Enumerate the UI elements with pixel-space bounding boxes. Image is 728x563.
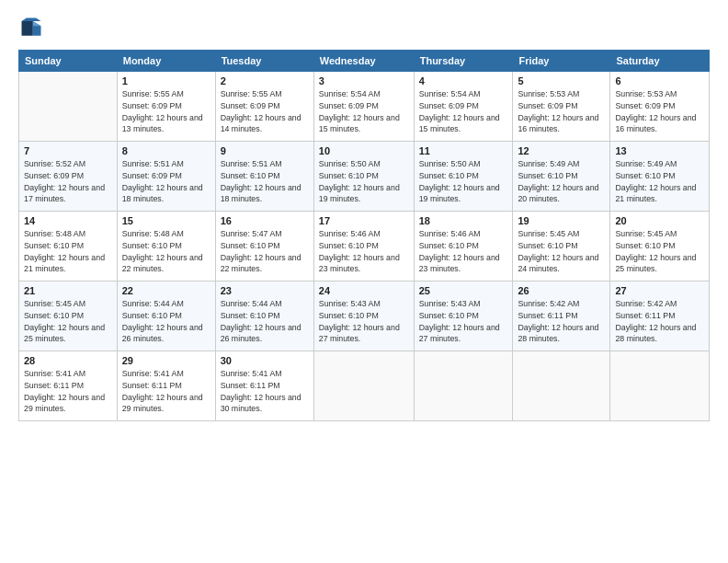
daylight-label: Daylight: 12 hours and 22 minutes. <box>221 253 301 274</box>
calendar-cell: 15 Sunrise: 5:48 AM Sunset: 6:10 PM Dayl… <box>117 212 215 282</box>
sunset-label: Sunset: 6:10 PM <box>419 241 479 250</box>
sunset-label: Sunset: 6:10 PM <box>419 311 479 320</box>
day-detail: Sunrise: 5:49 AM Sunset: 6:10 PM Dayligh… <box>518 158 605 205</box>
calendar-cell <box>610 351 710 421</box>
sunrise-label: Sunrise: 5:48 AM <box>24 229 85 238</box>
daylight-label: Daylight: 12 hours and 19 minutes. <box>419 183 500 204</box>
day-detail: Sunrise: 5:42 AM Sunset: 6:11 PM Dayligh… <box>615 298 704 345</box>
day-detail: Sunrise: 5:46 AM Sunset: 6:10 PM Dayligh… <box>319 228 409 275</box>
sunset-label: Sunset: 6:09 PM <box>319 101 379 110</box>
sunset-label: Sunset: 6:09 PM <box>419 101 479 110</box>
calendar-cell: 6 Sunrise: 5:53 AM Sunset: 6:09 PM Dayli… <box>610 72 710 142</box>
sunset-label: Sunset: 6:10 PM <box>615 171 675 180</box>
sunset-label: Sunset: 6:10 PM <box>221 171 280 180</box>
daylight-label: Daylight: 12 hours and 24 minutes. <box>518 253 598 274</box>
daylight-label: Daylight: 12 hours and 29 minutes. <box>24 393 105 414</box>
sunrise-label: Sunrise: 5:41 AM <box>221 369 282 378</box>
calendar-week-row: 1 Sunrise: 5:55 AM Sunset: 6:09 PM Dayli… <box>19 72 710 142</box>
sunset-label: Sunset: 6:10 PM <box>24 241 84 250</box>
day-number: 4 <box>419 75 508 86</box>
day-number: 25 <box>419 285 508 296</box>
daylight-label: Daylight: 12 hours and 29 minutes. <box>122 393 203 414</box>
day-number: 13 <box>615 145 704 156</box>
sunset-label: Sunset: 6:09 PM <box>24 171 84 180</box>
day-detail: Sunrise: 5:41 AM Sunset: 6:11 PM Dayligh… <box>24 368 112 415</box>
daylight-label: Daylight: 12 hours and 26 minutes. <box>221 323 301 344</box>
calendar-cell: 1 Sunrise: 5:55 AM Sunset: 6:09 PM Dayli… <box>117 72 215 142</box>
sunrise-label: Sunrise: 5:53 AM <box>615 89 677 98</box>
day-number: 16 <box>221 215 309 226</box>
daylight-label: Daylight: 12 hours and 17 minutes. <box>24 183 105 204</box>
sunrise-label: Sunrise: 5:51 AM <box>221 159 282 168</box>
day-detail: Sunrise: 5:44 AM Sunset: 6:10 PM Dayligh… <box>221 298 309 345</box>
calendar-cell: 28 Sunrise: 5:41 AM Sunset: 6:11 PM Dayl… <box>19 351 118 421</box>
day-number: 20 <box>615 215 704 226</box>
sunrise-label: Sunrise: 5:41 AM <box>122 369 184 378</box>
calendar-cell: 24 Sunrise: 5:43 AM Sunset: 6:10 PM Dayl… <box>313 282 414 351</box>
sunset-label: Sunset: 6:09 PM <box>122 171 182 180</box>
day-number: 9 <box>221 145 309 156</box>
day-number: 23 <box>221 285 309 296</box>
calendar-cell <box>313 351 414 421</box>
calendar-cell: 7 Sunrise: 5:52 AM Sunset: 6:09 PM Dayli… <box>19 142 118 212</box>
day-number: 18 <box>419 215 508 226</box>
sunrise-label: Sunrise: 5:49 AM <box>615 159 677 168</box>
weekday-header: Tuesday <box>215 51 313 72</box>
sunrise-label: Sunrise: 5:55 AM <box>221 89 282 98</box>
daylight-label: Daylight: 12 hours and 21 minutes. <box>24 253 105 274</box>
daylight-label: Daylight: 12 hours and 22 minutes. <box>122 253 203 274</box>
sunset-label: Sunset: 6:10 PM <box>221 311 280 320</box>
calendar-cell: 20 Sunrise: 5:45 AM Sunset: 6:10 PM Dayl… <box>610 212 710 282</box>
sunrise-label: Sunrise: 5:53 AM <box>518 89 579 98</box>
day-number: 8 <box>122 145 210 156</box>
calendar-cell: 26 Sunrise: 5:42 AM Sunset: 6:11 PM Dayl… <box>513 282 610 351</box>
day-detail: Sunrise: 5:50 AM Sunset: 6:10 PM Dayligh… <box>419 158 508 205</box>
sunrise-label: Sunrise: 5:41 AM <box>24 369 85 378</box>
header <box>18 15 710 40</box>
sunrise-label: Sunrise: 5:51 AM <box>122 159 184 168</box>
sunrise-label: Sunrise: 5:54 AM <box>419 89 481 98</box>
day-detail: Sunrise: 5:43 AM Sunset: 6:10 PM Dayligh… <box>319 298 409 345</box>
day-detail: Sunrise: 5:53 AM Sunset: 6:09 PM Dayligh… <box>518 88 605 135</box>
sunset-label: Sunset: 6:10 PM <box>319 171 379 180</box>
day-number: 22 <box>122 285 210 296</box>
sunset-label: Sunset: 6:10 PM <box>518 171 577 180</box>
sunset-label: Sunset: 6:11 PM <box>122 381 182 390</box>
day-detail: Sunrise: 5:55 AM Sunset: 6:09 PM Dayligh… <box>122 88 210 135</box>
day-number: 5 <box>518 75 605 86</box>
sunrise-label: Sunrise: 5:45 AM <box>24 299 85 308</box>
day-number: 10 <box>319 145 409 156</box>
day-detail: Sunrise: 5:47 AM Sunset: 6:10 PM Dayligh… <box>221 228 309 275</box>
day-number: 14 <box>24 215 112 226</box>
day-number: 1 <box>122 75 210 86</box>
calendar-cell <box>513 351 610 421</box>
calendar-cell: 5 Sunrise: 5:53 AM Sunset: 6:09 PM Dayli… <box>513 72 610 142</box>
sunset-label: Sunset: 6:09 PM <box>221 101 280 110</box>
daylight-label: Daylight: 12 hours and 18 minutes. <box>122 183 203 204</box>
sunset-label: Sunset: 6:10 PM <box>122 311 182 320</box>
calendar-cell: 4 Sunrise: 5:54 AM Sunset: 6:09 PM Dayli… <box>414 72 513 142</box>
calendar-cell: 9 Sunrise: 5:51 AM Sunset: 6:10 PM Dayli… <box>215 142 313 212</box>
sunrise-label: Sunrise: 5:46 AM <box>419 229 481 238</box>
day-detail: Sunrise: 5:51 AM Sunset: 6:10 PM Dayligh… <box>221 158 309 205</box>
day-number: 2 <box>221 75 309 86</box>
sunrise-label: Sunrise: 5:49 AM <box>518 159 579 168</box>
day-number: 11 <box>419 145 508 156</box>
sunset-label: Sunset: 6:10 PM <box>319 311 379 320</box>
calendar-cell: 17 Sunrise: 5:46 AM Sunset: 6:10 PM Dayl… <box>313 212 414 282</box>
calendar-week-row: 7 Sunrise: 5:52 AM Sunset: 6:09 PM Dayli… <box>19 142 710 212</box>
calendar-cell: 16 Sunrise: 5:47 AM Sunset: 6:10 PM Dayl… <box>215 212 313 282</box>
sunrise-label: Sunrise: 5:45 AM <box>615 229 677 238</box>
day-detail: Sunrise: 5:53 AM Sunset: 6:09 PM Dayligh… <box>615 88 704 135</box>
weekday-header: Saturday <box>610 51 710 72</box>
sunrise-label: Sunrise: 5:46 AM <box>319 229 381 238</box>
svg-rect-3 <box>22 21 33 36</box>
daylight-label: Daylight: 12 hours and 25 minutes. <box>615 253 696 274</box>
calendar-cell: 29 Sunrise: 5:41 AM Sunset: 6:11 PM Dayl… <box>117 351 215 421</box>
daylight-label: Daylight: 12 hours and 18 minutes. <box>221 183 301 204</box>
calendar-cell: 13 Sunrise: 5:49 AM Sunset: 6:10 PM Dayl… <box>610 142 710 212</box>
day-detail: Sunrise: 5:44 AM Sunset: 6:10 PM Dayligh… <box>122 298 210 345</box>
day-detail: Sunrise: 5:54 AM Sunset: 6:09 PM Dayligh… <box>319 88 409 135</box>
day-number: 12 <box>518 145 605 156</box>
sunset-label: Sunset: 6:09 PM <box>615 101 675 110</box>
